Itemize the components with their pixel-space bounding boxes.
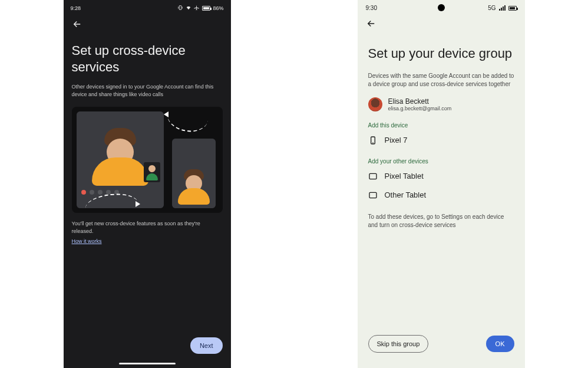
page-title: Set up your device group bbox=[358, 31, 525, 63]
screen-left: 9:28 86% bbox=[64, 0, 231, 368]
svg-rect-2 bbox=[369, 192, 376, 198]
illustration bbox=[72, 107, 223, 213]
back-arrow-icon bbox=[366, 18, 376, 29]
screenshot-pair: 9:28 86% bbox=[0, 0, 588, 368]
arrow-right-icon bbox=[136, 201, 140, 207]
skip-button[interactable]: Skip this group bbox=[368, 335, 429, 353]
tablet-icon bbox=[368, 190, 378, 200]
vibrate-icon bbox=[177, 5, 183, 12]
phone-right: 9:30 5G Set up your device group Devices… bbox=[294, 0, 588, 368]
screen-right: 9:30 5G Set up your device group Devices… bbox=[358, 0, 525, 368]
back-arrow-icon bbox=[72, 19, 82, 29]
airplane-icon bbox=[194, 5, 200, 12]
tablet-icon bbox=[368, 172, 378, 181]
footnote-text: To add these devices, go to Settings on … bbox=[358, 202, 525, 230]
battery-pct: 86% bbox=[213, 5, 223, 11]
back-button[interactable] bbox=[64, 14, 231, 32]
home-indicator[interactable] bbox=[119, 363, 176, 364]
back-button[interactable] bbox=[358, 14, 525, 31]
status-time: 9:30 bbox=[366, 5, 377, 11]
illustration-secondary bbox=[170, 111, 218, 208]
account-text: Elisa Beckett elisa.g.beckett@gmail.com bbox=[388, 97, 452, 111]
ok-button[interactable]: OK bbox=[486, 336, 514, 352]
wifi-icon bbox=[186, 5, 191, 12]
status-indicators: 86% bbox=[177, 5, 223, 12]
svg-rect-1 bbox=[369, 173, 376, 179]
section-add-other-devices: Add your other devices bbox=[358, 147, 525, 165]
phone-left: 9:28 86% bbox=[0, 0, 294, 368]
device-name: Pixel Tablet bbox=[385, 172, 424, 180]
device-name: Other Tablet bbox=[385, 190, 427, 199]
page-subtitle: Other devices signed in to your Google A… bbox=[72, 83, 223, 98]
device-row-other[interactable]: Other Tablet bbox=[358, 183, 525, 202]
device-row-other[interactable]: Pixel Tablet bbox=[358, 165, 525, 183]
action-row: Skip this group OK bbox=[368, 335, 514, 353]
illustration-thumbnail bbox=[144, 162, 160, 182]
account-name: Elisa Beckett bbox=[388, 97, 452, 106]
footnote-text: You'll get new cross-device features as … bbox=[64, 213, 231, 235]
next-button[interactable]: Next bbox=[190, 337, 223, 354]
content: Set up cross-device services Other devic… bbox=[64, 32, 231, 98]
signal-icon bbox=[499, 5, 506, 11]
camera-cutout bbox=[438, 4, 445, 11]
device-row-this[interactable]: Pixel 7 bbox=[358, 129, 525, 147]
account-email: elisa.g.beckett@gmail.com bbox=[388, 106, 452, 111]
status-time: 9:28 bbox=[71, 5, 81, 11]
device-name: Pixel 7 bbox=[385, 136, 408, 144]
battery-icon bbox=[202, 6, 210, 11]
status-bar: 9:28 86% bbox=[64, 0, 231, 14]
avatar bbox=[368, 97, 382, 111]
phone-icon bbox=[368, 136, 378, 145]
status-bar: 9:30 5G bbox=[358, 0, 525, 14]
page-title: Set up cross-device services bbox=[72, 42, 223, 75]
how-it-works-link[interactable]: How it works bbox=[64, 237, 110, 244]
page-subtitle: Devices with the same Google Account can… bbox=[358, 63, 525, 89]
section-add-this-device: Add this device bbox=[358, 111, 525, 129]
network-label: 5G bbox=[488, 5, 495, 11]
illustration-main bbox=[77, 111, 164, 208]
account-row[interactable]: Elisa Beckett elisa.g.beckett@gmail.com bbox=[358, 89, 525, 111]
battery-icon bbox=[508, 6, 517, 11]
status-indicators: 5G bbox=[488, 5, 516, 11]
arrow-left-icon bbox=[164, 111, 169, 117]
